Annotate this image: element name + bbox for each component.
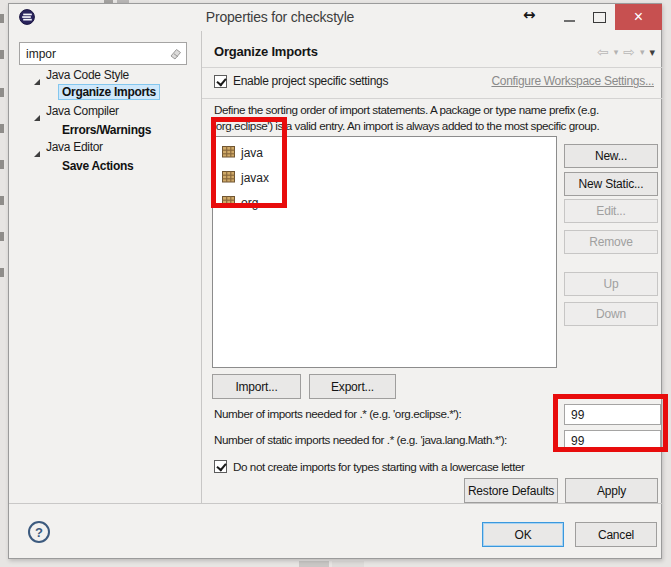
static-imports-needed-label: Number of static imports needed for .* (… <box>214 433 507 446</box>
imports-needed-label: Number of imports needed for .* (e.g. 'o… <box>214 407 461 420</box>
window-title: Properties for checkstyle <box>9 9 551 25</box>
list-item-label: org <box>241 196 258 210</box>
package-icon <box>222 170 235 186</box>
list-item-javax[interactable]: javax <box>222 168 269 188</box>
checkmark-icon <box>216 76 226 87</box>
back-menu-caret-icon[interactable]: ▾ <box>614 47 619 57</box>
background-artifact <box>299 561 329 567</box>
ok-button[interactable]: OK <box>482 522 564 547</box>
sidebar-item-save-actions[interactable]: Save Actions <box>58 158 137 174</box>
filter-field-wrap <box>19 42 187 65</box>
import-button[interactable]: Import... <box>212 374 301 399</box>
close-icon: × <box>634 8 643 26</box>
package-icon <box>222 145 235 161</box>
expanded-arrow-icon[interactable] <box>33 144 41 152</box>
imports-needed-input[interactable] <box>564 404 661 425</box>
sidebar-item-java-editor[interactable]: Java Editor <box>46 140 103 154</box>
list-item-label: java <box>241 146 263 160</box>
footer-divider <box>9 503 663 504</box>
cancel-button[interactable]: Cancel <box>575 522 657 547</box>
package-icon <box>222 195 235 211</box>
divider <box>202 67 663 68</box>
expanded-arrow-icon[interactable] <box>33 108 41 116</box>
background-artifact <box>0 124 4 133</box>
history-nav: ⇦ ▾ ⇨ ▾ ▾ <box>597 44 655 60</box>
sidebar-item-errors-warnings[interactable]: Errors/Warnings <box>58 122 155 138</box>
close-button[interactable]: × <box>615 4 662 30</box>
list-item-label: javax <box>241 171 269 185</box>
panel-divider <box>201 31 202 503</box>
sidebar-item-java-compiler[interactable]: Java Compiler <box>46 104 119 118</box>
maximize-icon[interactable] <box>593 12 606 23</box>
help-button[interactable]: ? <box>28 521 50 543</box>
properties-dialog: Properties for checkstyle ↔ × Java Code … <box>8 3 662 559</box>
titlebar[interactable]: Properties for checkstyle ↔ × <box>9 4 661 31</box>
enable-project-specific-checkbox[interactable] <box>214 75 227 88</box>
lowercase-checkbox[interactable] <box>214 460 227 473</box>
list-item-org[interactable]: org <box>222 193 258 213</box>
sidebar-item-java-code-style[interactable]: Java Code Style <box>46 68 129 82</box>
export-button[interactable]: Export... <box>309 374 396 399</box>
filter-input[interactable] <box>19 42 187 65</box>
forward-menu-caret-icon[interactable]: ▾ <box>640 47 645 57</box>
resize-arrows-icon[interactable]: ↔ <box>523 6 536 24</box>
page-title: Organize Imports <box>214 44 318 59</box>
edit-button[interactable]: Edit... <box>564 199 658 223</box>
background-artifact <box>0 160 4 169</box>
background-artifact <box>0 232 4 241</box>
enable-project-specific-label: Enable project specific settings <box>233 74 388 88</box>
screen: Properties for checkstyle ↔ × Java Code … <box>0 0 671 567</box>
down-button[interactable]: Down <box>564 302 658 326</box>
sidebar-item-organize-imports[interactable]: Organize Imports <box>58 84 160 100</box>
background-artifact <box>0 196 4 205</box>
help-icon: ? <box>35 525 43 540</box>
remove-button[interactable]: Remove <box>564 230 658 254</box>
forward-icon[interactable]: ⇨ <box>623 44 635 60</box>
clear-filter-icon[interactable] <box>168 46 183 65</box>
static-imports-needed-input[interactable] <box>564 430 661 451</box>
up-button[interactable]: Up <box>564 272 658 296</box>
description-line2: 'org.eclipse') is a valid entry. An impo… <box>214 119 599 132</box>
checkmark-icon <box>216 461 226 472</box>
list-item-java[interactable]: java <box>222 143 263 163</box>
restore-defaults-button[interactable]: Restore Defaults <box>464 478 558 503</box>
new-button[interactable]: New... <box>564 144 658 168</box>
background-artifact <box>0 268 4 277</box>
background-artifact <box>0 50 4 59</box>
back-icon[interactable]: ⇦ <box>597 44 609 60</box>
view-menu-icon[interactable]: ▾ <box>650 46 656 59</box>
import-groups-list[interactable]: java javax <box>212 136 557 368</box>
configure-workspace-settings-link[interactable]: Configure Workspace Settings... <box>491 74 654 88</box>
description-line1: Define the sorting order of import state… <box>214 103 599 116</box>
background-artifact <box>332 561 364 567</box>
apply-button[interactable]: Apply <box>565 478 658 503</box>
divider <box>202 98 663 99</box>
lowercase-label: Do not create imports for types starting… <box>233 460 524 473</box>
background-artifact <box>0 14 4 23</box>
new-static-button[interactable]: New Static... <box>564 172 658 196</box>
background-artifact <box>0 88 4 97</box>
minimize-icon[interactable] <box>564 20 575 22</box>
expanded-arrow-icon[interactable] <box>33 72 41 80</box>
